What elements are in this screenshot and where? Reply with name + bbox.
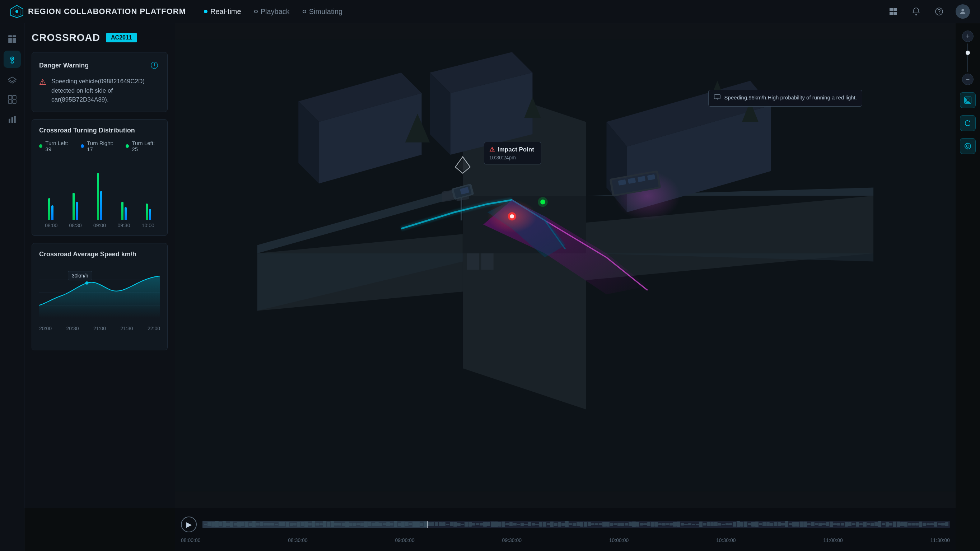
danger-warning-header: Danger Warning	[39, 60, 160, 71]
waveform-bar-180	[875, 522, 878, 527]
waveform-bar-138	[718, 523, 721, 526]
waveform-bar-198	[941, 523, 945, 526]
svg-rect-79	[714, 95, 720, 99]
waveform-bar-132	[696, 524, 699, 525]
svg-marker-41	[481, 253, 493, 270]
timeline-bar-container[interactable]: (function(){ const container = document.…	[202, 516, 950, 532]
danger-warning-action-button[interactable]	[149, 60, 160, 71]
waveform-bar-4	[219, 522, 222, 527]
danger-warning-title: Danger Warning	[39, 62, 89, 69]
waveform-bar-104	[591, 523, 595, 525]
waveform-bar-66	[450, 522, 453, 526]
waveform-bar-63	[439, 522, 442, 527]
tab-playback[interactable]: Playback	[254, 8, 290, 16]
target-location-button[interactable]	[960, 138, 976, 154]
waveform-bar-83	[513, 523, 516, 526]
waveform-bar-65	[446, 524, 449, 525]
waveform-bar-162	[807, 523, 811, 525]
waveform-bar-186	[897, 522, 900, 527]
waveform-bar-116	[636, 522, 640, 527]
waveform-bar-92	[547, 523, 550, 526]
sidebar-item-analytics[interactable]	[3, 111, 21, 128]
waveform-bar-95	[558, 522, 561, 527]
speed-warning-tooltip: Speeding,96km/h.High probability of runn…	[708, 90, 862, 107]
zoom-slider-thumb[interactable]	[966, 51, 970, 55]
speed-label-2200: 22:00	[148, 326, 160, 331]
timeline-track[interactable]: (function(){ const container = document.…	[202, 521, 950, 528]
speed-label-2130: 21:30	[120, 326, 133, 331]
svg-rect-24	[14, 116, 16, 123]
map-area[interactable]: ⚠ Impact Point 10:30:24pm Speeding,96km/…	[175, 23, 956, 508]
waveform-bar-107	[602, 522, 606, 527]
waveform-bar-134	[703, 523, 706, 526]
waveform-bar-47	[379, 522, 382, 526]
svg-point-84	[966, 145, 969, 147]
timeline-label-0830: 08:30:00	[288, 537, 308, 543]
chart-label-0900: 09:00	[88, 223, 111, 228]
svg-rect-20	[8, 100, 12, 104]
user-avatar[interactable]	[956, 4, 970, 19]
waveform-bar-174	[852, 523, 855, 526]
map-layer-button[interactable]	[960, 92, 976, 108]
waveform-bar-96	[562, 523, 565, 526]
timeline-label-1100: 11:00:00	[823, 537, 843, 543]
waveform-bar-119	[647, 522, 651, 526]
waveform-bar-18	[271, 523, 274, 525]
waveform-bar-52	[398, 522, 401, 526]
waveform-bar-54	[405, 522, 408, 526]
tab-realtime[interactable]: Real-time	[204, 8, 241, 16]
svg-rect-6	[894, 12, 897, 15]
waveform-bar-51	[394, 521, 397, 527]
waveform-bar-136	[710, 522, 714, 527]
waveform-bar-36	[338, 523, 341, 526]
play-button[interactable]: ▶	[181, 516, 197, 532]
svg-point-26	[154, 67, 155, 67]
sidebar-item-grid[interactable]	[3, 91, 21, 108]
rotate-view-button[interactable]	[960, 115, 976, 131]
waveform-bar-122	[659, 523, 662, 525]
waveform-bar-29	[312, 521, 315, 527]
waveform-bar-148	[755, 522, 759, 527]
sidebar-item-location[interactable]	[3, 51, 21, 68]
svg-rect-3	[889, 8, 893, 11]
impact-point-tooltip: ⚠ Impact Point 10:30:24pm	[484, 142, 541, 164]
tab-simulating[interactable]: Simulating	[302, 8, 342, 16]
waveform-bar-30	[315, 523, 319, 525]
legend-label-1: Turn Left: 39	[45, 140, 73, 152]
waveform-bar-99	[573, 522, 576, 526]
zoom-slider-track[interactable]	[967, 43, 968, 72]
timeline-labels: 08:00:00 08:30:00 09:00:00 09:30:00 10:0…	[181, 537, 950, 543]
waveform-bar-7	[230, 522, 233, 527]
svg-rect-5	[889, 12, 893, 15]
waveform-bar-160	[800, 522, 803, 527]
waveform-bar-150	[762, 522, 766, 526]
right-tools-panel: + −	[956, 23, 980, 551]
warning-triangle-icon: ⚠	[39, 78, 46, 87]
speed-warning-icon	[714, 94, 721, 103]
waveform-bar-177	[863, 522, 866, 526]
waveform-bar-124	[666, 523, 669, 526]
waveform-bar-86	[524, 524, 527, 525]
bell-icon-button[interactable]	[910, 5, 923, 18]
waveform-bar-149	[759, 523, 762, 526]
sidebar-item-layers[interactable]	[3, 71, 21, 88]
waveform-bar-53	[401, 522, 404, 527]
simulating-dot	[302, 10, 306, 13]
grid-icon-button[interactable]	[887, 5, 900, 18]
waveform-bar-128	[681, 523, 684, 526]
waveform-bar-100	[576, 522, 580, 527]
waveform-bar-90	[539, 522, 542, 526]
help-icon-button[interactable]	[932, 5, 945, 18]
sidebar-item-dashboard[interactable]	[3, 30, 21, 48]
waveform-bar-121	[654, 522, 658, 526]
waveform-bar-133	[699, 522, 703, 527]
waveform-bar-169	[833, 523, 837, 525]
waveform-bar-120	[651, 522, 654, 527]
waveform-bar-67	[453, 522, 457, 527]
waveform-bar-6	[226, 522, 229, 526]
waveform-bar-98	[569, 523, 572, 525]
zoom-out-button[interactable]: −	[962, 73, 974, 85]
timeline-waveform: (function(){ const container = document.…	[202, 521, 950, 528]
zoom-in-button[interactable]: +	[962, 30, 974, 42]
svg-point-10	[961, 9, 964, 11]
